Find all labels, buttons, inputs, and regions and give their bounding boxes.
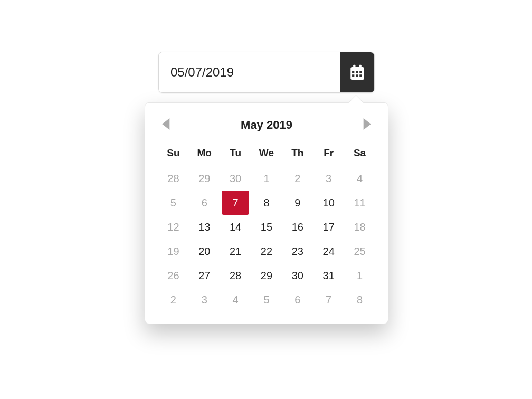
- calendar-toggle-button[interactable]: [340, 52, 374, 92]
- calendar-day-label: 31: [316, 264, 341, 287]
- calendar-day-label: 22: [254, 240, 279, 262]
- weekday-header: We: [251, 142, 282, 166]
- calendar-day-label: 3: [316, 167, 341, 189]
- calendar-day-cell[interactable]: 30: [220, 166, 251, 191]
- calendar-day-label: 16: [285, 216, 310, 238]
- calendar-day-cell[interactable]: 15: [251, 215, 282, 239]
- calendar-day-cell[interactable]: 30: [282, 263, 313, 288]
- calendar-day-cell[interactable]: 10: [313, 191, 344, 215]
- month-year-title[interactable]: May 2019: [241, 118, 292, 132]
- calendar-week-row: 2627282930311: [158, 263, 375, 288]
- calendar-day-cell[interactable]: 22: [251, 239, 282, 263]
- calendar-day-cell[interactable]: 20: [189, 239, 220, 263]
- calendar-day-cell[interactable]: 28: [158, 166, 189, 191]
- calendar-day-label: 11: [347, 192, 373, 214]
- calendar-day-label: 23: [285, 240, 310, 262]
- calendar-day-label: 12: [160, 216, 186, 238]
- datepicker: May 2019 Su Mo Tu We Th: [158, 52, 375, 324]
- calendar-day-label: 6: [285, 289, 310, 311]
- date-input[interactable]: [159, 52, 340, 92]
- weekday-header: Su: [158, 142, 189, 166]
- calendar-day-label: 29: [192, 167, 217, 189]
- calendar-day-label: 30: [223, 167, 248, 189]
- calendar-day-cell[interactable]: 8: [344, 288, 375, 312]
- calendar-day-cell[interactable]: 27: [189, 263, 220, 288]
- calendar-day-label: 30: [285, 264, 310, 287]
- calendar-day-cell[interactable]: 24: [313, 239, 344, 263]
- calendar-day-label: 5: [254, 289, 279, 311]
- calendar-icon: [348, 63, 366, 81]
- calendar-day-cell[interactable]: 25: [344, 239, 375, 263]
- calendar-day-cell[interactable]: 3: [189, 288, 220, 312]
- calendar-day-cell[interactable]: 26: [158, 263, 189, 288]
- calendar-day-cell[interactable]: 5: [251, 288, 282, 312]
- calendar-day-cell[interactable]: 1: [344, 263, 375, 288]
- calendar-day-cell[interactable]: 17: [313, 215, 344, 239]
- calendar-day-label: 25: [347, 240, 373, 262]
- calendar-day-label: 9: [285, 192, 310, 214]
- calendar-day-cell[interactable]: 4: [220, 288, 251, 312]
- calendar-grid: Su Mo Tu We Th Fr Sa 2829301234567891011…: [158, 142, 375, 312]
- weekday-header: Tu: [220, 142, 251, 166]
- calendar-day-label: 1: [347, 264, 373, 287]
- calendar-day-label: 5: [160, 192, 186, 214]
- calendar-popup: May 2019 Su Mo Tu We Th: [145, 102, 388, 324]
- calendar-day-label: 4: [223, 289, 248, 311]
- calendar-day-label: 17: [316, 216, 341, 238]
- calendar-day-cell[interactable]: 4: [344, 166, 375, 191]
- weekday-header: Th: [282, 142, 313, 166]
- chevron-left-icon: [162, 118, 171, 132]
- weekday-header: Fr: [313, 142, 344, 166]
- calendar-day-cell[interactable]: 11: [344, 191, 375, 215]
- prev-month-button[interactable]: [159, 118, 174, 132]
- calendar-day-cell[interactable]: 2: [282, 166, 313, 191]
- calendar-day-cell[interactable]: 31: [313, 263, 344, 288]
- calendar-day-cell[interactable]: 7: [313, 288, 344, 312]
- calendar-day-cell[interactable]: 5: [158, 191, 189, 215]
- calendar-day-label: 28: [160, 167, 186, 189]
- calendar-day-label: 6: [192, 192, 217, 214]
- calendar-day-cell[interactable]: 14: [220, 215, 251, 239]
- calendar-day-cell[interactable]: 29: [251, 263, 282, 288]
- calendar-week-row: 2345678: [158, 288, 375, 312]
- calendar-day-label: 10: [316, 192, 341, 214]
- calendar-day-cell[interactable]: 13: [189, 215, 220, 239]
- calendar-day-label: 7: [316, 289, 341, 311]
- calendar-day-cell[interactable]: 29: [189, 166, 220, 191]
- calendar-day-label: 3: [192, 289, 217, 311]
- calendar-day-label: 7: [222, 191, 249, 215]
- svg-marker-9: [162, 118, 169, 130]
- calendar-day-cell[interactable]: 12: [158, 215, 189, 239]
- calendar-day-label: 28: [223, 264, 248, 287]
- calendar-day-cell[interactable]: 1: [251, 166, 282, 191]
- calendar-day-cell[interactable]: 6: [189, 191, 220, 215]
- calendar-day-label: 15: [254, 216, 279, 238]
- svg-marker-10: [364, 118, 371, 130]
- calendar-day-cell[interactable]: 6: [282, 288, 313, 312]
- svg-rect-3: [352, 71, 354, 73]
- calendar-day-label: 26: [160, 264, 186, 287]
- calendar-day-cell[interactable]: 9: [282, 191, 313, 215]
- calendar-day-cell[interactable]: 18: [344, 215, 375, 239]
- calendar-day-cell[interactable]: 16: [282, 215, 313, 239]
- calendar-day-cell[interactable]: 19: [158, 239, 189, 263]
- calendar-day-cell[interactable]: 21: [220, 239, 251, 263]
- calendar-day-label: 8: [347, 289, 373, 311]
- calendar-day-label: 13: [192, 216, 217, 238]
- calendar-day-label: 27: [192, 264, 217, 287]
- svg-rect-0: [350, 67, 364, 80]
- calendar-week-row: 2829301234: [158, 166, 375, 191]
- next-month-button[interactable]: [359, 118, 374, 132]
- calendar-day-cell[interactable]: 8: [251, 191, 282, 215]
- calendar-day-label: 2: [160, 289, 186, 311]
- calendar-week-row: 12131415161718: [158, 215, 375, 239]
- svg-rect-7: [356, 74, 358, 77]
- calendar-day-label: 4: [347, 167, 373, 189]
- calendar-day-cell[interactable]: 2: [158, 288, 189, 312]
- svg-rect-2: [359, 65, 361, 69]
- calendar-day-cell[interactable]: 3: [313, 166, 344, 191]
- calendar-day-cell[interactable]: 7: [220, 191, 251, 215]
- calendar-day-cell[interactable]: 23: [282, 239, 313, 263]
- calendar-day-cell[interactable]: 28: [220, 263, 251, 288]
- calendar-day-label: 29: [254, 264, 279, 287]
